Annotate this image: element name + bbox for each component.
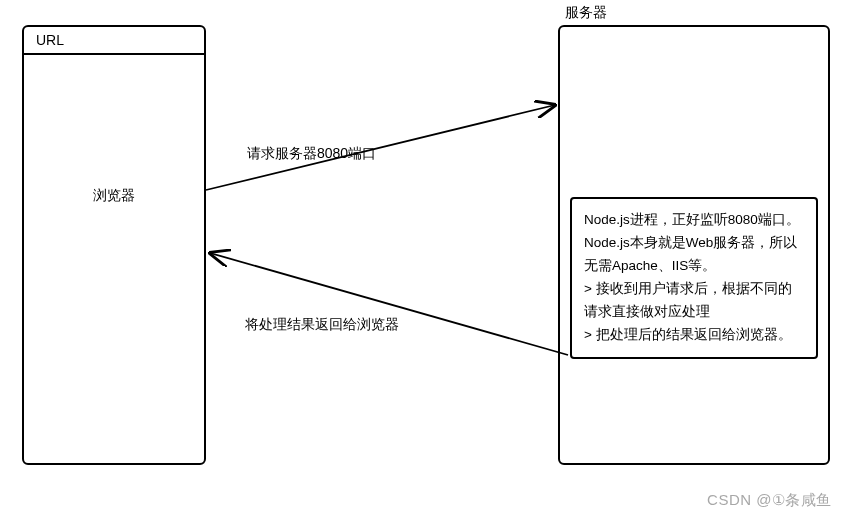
browser-label: 浏览器	[24, 187, 204, 205]
node-bullet-2: > 把处理后的结果返回给浏览器。	[584, 324, 804, 347]
watermark: CSDN @①条咸鱼	[707, 491, 832, 510]
url-bar-label: URL	[24, 27, 204, 55]
node-bullet-1: > 接收到用户请求后，根据不同的请求直接做对应处理	[584, 278, 804, 324]
response-arrow	[210, 253, 568, 355]
server-title: 服务器	[565, 4, 607, 22]
node-process-box: Node.js进程，正好监听8080端口。Node.js本身就是Web服务器，所…	[570, 197, 818, 359]
request-arrow-label: 请求服务器8080端口	[247, 145, 376, 163]
node-description: Node.js进程，正好监听8080端口。Node.js本身就是Web服务器，所…	[584, 209, 804, 278]
server-box: Node.js进程，正好监听8080端口。Node.js本身就是Web服务器，所…	[558, 25, 830, 465]
response-arrow-label: 将处理结果返回给浏览器	[245, 316, 399, 334]
browser-box: URL 浏览器	[22, 25, 206, 465]
